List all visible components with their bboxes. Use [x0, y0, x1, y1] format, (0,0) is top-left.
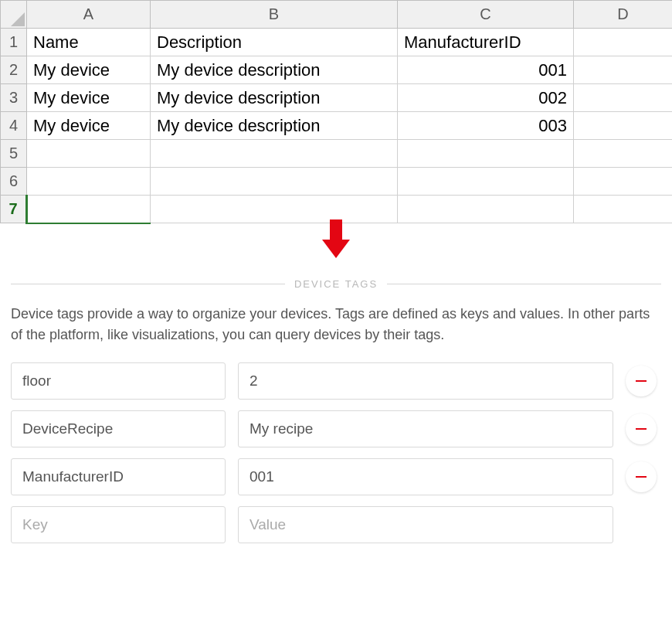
- tag-value-input[interactable]: [238, 458, 613, 495]
- cell-d2[interactable]: [574, 56, 673, 84]
- cell-d6[interactable]: [574, 168, 673, 196]
- remove-tag-button[interactable]: [626, 413, 657, 444]
- cell-a2[interactable]: My device: [27, 56, 151, 84]
- cell-d5[interactable]: [574, 140, 673, 168]
- col-header-a[interactable]: A: [27, 1, 151, 29]
- tag-row: [11, 458, 661, 495]
- cell-d3[interactable]: [574, 84, 673, 112]
- cell-c5[interactable]: [398, 140, 574, 168]
- cell-a4[interactable]: My device: [27, 112, 151, 140]
- cell-b3[interactable]: My device description: [151, 84, 398, 112]
- cell-d4[interactable]: [574, 112, 673, 140]
- cell-b2[interactable]: My device description: [151, 56, 398, 84]
- minus-icon: [636, 428, 647, 430]
- cell-a3[interactable]: My device: [27, 84, 151, 112]
- row-header-2[interactable]: 2: [1, 56, 27, 84]
- tag-row-new: [11, 506, 661, 543]
- arrow-down-icon: [0, 219, 672, 261]
- row-header-5[interactable]: 5: [1, 140, 27, 168]
- cell-c2[interactable]: 001: [398, 56, 574, 84]
- tag-row: [11, 362, 661, 400]
- tag-value-input-new[interactable]: [238, 506, 613, 543]
- tag-key-input[interactable]: [11, 458, 226, 495]
- cell-c4[interactable]: 003: [398, 112, 574, 140]
- tag-key-input[interactable]: [11, 410, 226, 447]
- help-text: Device tags provide a way to organize yo…: [11, 304, 661, 345]
- col-header-c[interactable]: C: [398, 1, 574, 29]
- tag-value-input[interactable]: [238, 410, 613, 447]
- spacer: [626, 509, 657, 540]
- tag-key-input[interactable]: [11, 362, 226, 400]
- minus-icon: [636, 476, 647, 478]
- remove-tag-button[interactable]: [626, 366, 657, 396]
- spreadsheet[interactable]: A B C D 1 Name Description ManufacturerI…: [0, 0, 672, 224]
- cell-a6[interactable]: [27, 168, 151, 196]
- row-header-4[interactable]: 4: [1, 112, 27, 140]
- row-header-3[interactable]: 3: [1, 84, 27, 112]
- cell-b6[interactable]: [151, 168, 398, 196]
- cell-c1[interactable]: ManufacturerID: [398, 29, 574, 56]
- tag-key-input-new[interactable]: [11, 506, 226, 543]
- section-divider: DEVICE TAGS: [11, 278, 661, 290]
- col-header-d[interactable]: D: [574, 1, 673, 29]
- minus-icon: [636, 380, 647, 382]
- row-header-1[interactable]: 1: [1, 29, 27, 56]
- tag-row: [11, 410, 661, 447]
- cell-b1[interactable]: Description: [151, 29, 398, 56]
- device-tags-section: DEVICE TAGS Device tags provide a way to…: [11, 278, 661, 543]
- cell-c6[interactable]: [398, 168, 574, 196]
- cell-a5[interactable]: [27, 140, 151, 168]
- cell-d1[interactable]: [574, 29, 673, 56]
- cell-b5[interactable]: [151, 140, 398, 168]
- cell-c3[interactable]: 002: [398, 84, 574, 112]
- col-header-b[interactable]: B: [151, 1, 398, 29]
- select-all-corner[interactable]: [1, 1, 27, 29]
- tag-value-input[interactable]: [238, 362, 613, 400]
- section-title: DEVICE TAGS: [294, 278, 378, 290]
- remove-tag-button[interactable]: [626, 461, 657, 492]
- cell-b4[interactable]: My device description: [151, 112, 398, 140]
- cell-a1[interactable]: Name: [27, 29, 151, 56]
- row-header-6[interactable]: 6: [1, 168, 27, 196]
